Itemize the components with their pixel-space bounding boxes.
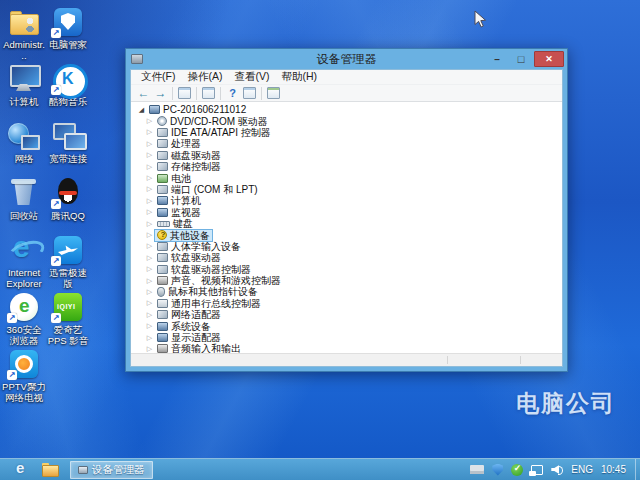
collapse-arrow-icon[interactable]	[145, 140, 154, 148]
recycle-bin-icon	[7, 177, 41, 209]
hidden-devices-icon[interactable]	[241, 86, 258, 101]
usb-icon	[157, 299, 168, 308]
statusbar-separator	[447, 356, 448, 364]
tree-item-label: 磁盘驱动器	[171, 150, 221, 161]
language-indicator[interactable]: ENG	[571, 464, 593, 475]
close-button[interactable]	[534, 51, 564, 67]
properties-icon[interactable]	[200, 86, 217, 101]
collapse-arrow-icon[interactable]	[145, 197, 154, 205]
collapse-arrow-icon[interactable]	[145, 185, 154, 193]
desktop-icon-label: 宽带连接	[49, 153, 87, 164]
collapse-arrow-icon[interactable]	[145, 163, 154, 171]
desktop-icon[interactable]: 电脑管家	[46, 6, 90, 62]
collapse-arrow-icon[interactable]	[145, 265, 154, 273]
tree-item-label: 处理器	[171, 138, 201, 149]
tree-item-label: 监视器	[171, 207, 201, 218]
keyboard-icon	[157, 221, 170, 227]
tree-item-label: DVD/CD-ROM 驱动器	[170, 116, 268, 127]
pc-manager-icon	[51, 6, 85, 38]
desktop-icon[interactable]: 网络	[2, 120, 46, 176]
volume-tray-icon[interactable]	[551, 464, 563, 475]
collapse-arrow-icon[interactable]	[145, 277, 154, 285]
collapse-arrow-icon[interactable]	[145, 117, 154, 125]
scan-hardware-icon[interactable]	[265, 86, 282, 101]
collapse-arrow-icon[interactable]	[145, 311, 154, 319]
forward-icon[interactable]	[152, 86, 169, 101]
separator	[261, 87, 262, 100]
expand-arrow-icon[interactable]	[137, 106, 146, 114]
sound-game-icon	[157, 276, 168, 285]
shortcut-arrow-icon	[7, 370, 17, 380]
touch-keyboard-tray-icon[interactable]	[470, 465, 484, 474]
menu-item[interactable]: 帮助(H)	[275, 70, 323, 84]
desktop-icon[interactable]: 回收站	[2, 177, 46, 233]
separator	[196, 87, 197, 100]
collapse-arrow-icon[interactable]	[145, 128, 154, 136]
network-adapter-icon	[157, 310, 168, 319]
desktop-icon[interactable]: 360安全浏览器	[2, 291, 46, 347]
help-icon[interactable]	[224, 86, 241, 101]
xunlei-icon	[51, 234, 85, 266]
window-titlebar[interactable]: 设备管理器	[126, 49, 567, 69]
desktop-icon[interactable]: Administr...	[2, 6, 46, 62]
collapse-arrow-icon[interactable]	[145, 334, 154, 342]
minimize-button[interactable]	[486, 51, 508, 67]
taskbar-task-button[interactable]: 设备管理器	[70, 461, 153, 479]
collapse-arrow-icon[interactable]	[145, 151, 154, 159]
desktop-icon[interactable]: Internet Explorer	[2, 234, 46, 290]
menu-item[interactable]: 操作(A)	[181, 70, 228, 84]
collapse-arrow-icon[interactable]	[145, 322, 154, 330]
tree-item-label: 通用串行总线控制器	[171, 298, 261, 309]
collapse-arrow-icon[interactable]	[145, 242, 154, 250]
desktop-icon[interactable]: PPTV聚力 网络电视	[2, 348, 46, 404]
tree-item-label: IDE ATA/ATAPI 控制器	[171, 127, 271, 138]
tree-item-label: 显示适配器	[171, 332, 221, 343]
collapse-arrow-icon[interactable]	[145, 288, 154, 296]
console-tree-icon[interactable]	[176, 86, 193, 101]
desktop-icon-label: Internet Explorer	[2, 267, 46, 289]
desktop-icon[interactable]: 酷狗音乐	[46, 63, 90, 119]
collapse-arrow-icon[interactable]	[145, 231, 154, 239]
tree-item-label: 软盘驱动器控制器	[171, 264, 251, 275]
tree-item-label: 存储控制器	[171, 161, 221, 172]
tree-item[interactable]: 端口 (COM 和 LPT)	[145, 184, 562, 195]
network-tray-icon[interactable]	[531, 465, 543, 475]
maximize-button[interactable]	[510, 51, 532, 67]
desktop-icon-label: Administr...	[2, 39, 46, 61]
tree-item[interactable]: 音频输入和输出	[145, 343, 562, 353]
tree-item[interactable]: 存储控制器	[145, 161, 562, 172]
back-icon[interactable]	[135, 86, 152, 101]
collapse-arrow-icon[interactable]	[145, 254, 154, 262]
shield-tray-icon[interactable]	[492, 464, 503, 476]
collapse-arrow-icon[interactable]	[145, 208, 154, 216]
floppy-controller-icon	[157, 265, 168, 274]
tree-item-label: 音频输入和输出	[171, 343, 241, 353]
desktop-icon[interactable]: 腾讯QQ	[46, 177, 90, 233]
tree-item-label: 软盘驱动器	[171, 252, 221, 263]
desktop-icon[interactable]: 爱奇艺PPS 影音	[46, 291, 90, 347]
safety-check-tray-icon[interactable]	[511, 464, 523, 476]
unknown-device-icon	[157, 230, 167, 240]
computer-icon	[157, 196, 168, 205]
collapse-arrow-icon[interactable]	[145, 174, 154, 182]
browser360-icon	[7, 291, 41, 323]
desktop-icon[interactable]: 计算机	[2, 63, 46, 119]
menu-item[interactable]: 文件(F)	[135, 70, 181, 84]
ie-taskbar-icon[interactable]	[14, 462, 30, 478]
desktop-icon[interactable]: 迅雷极速版	[46, 234, 90, 290]
show-desktop-button[interactable]	[635, 459, 640, 480]
tree-item[interactable]: 计算机	[145, 195, 562, 206]
menu-item[interactable]: 查看(V)	[228, 70, 275, 84]
wallpaper-watermark: 电脑公司	[516, 388, 616, 419]
desktop-icon-label: 爱奇艺PPS 影音	[46, 324, 90, 346]
desktop-icon-label: 网络	[15, 153, 34, 164]
collapse-arrow-icon[interactable]	[145, 220, 154, 228]
tree-item[interactable]: 监视器	[145, 207, 562, 218]
clock[interactable]: 10:45	[601, 464, 626, 475]
collapse-arrow-icon[interactable]	[145, 345, 154, 353]
explorer-taskbar-icon[interactable]	[42, 463, 58, 476]
dvd-drive-icon	[157, 116, 167, 126]
desktop-icon[interactable]: 宽带连接	[46, 120, 90, 176]
tree-item[interactable]: IDE ATA/ATAPI 控制器	[145, 127, 562, 138]
collapse-arrow-icon[interactable]	[145, 299, 154, 307]
